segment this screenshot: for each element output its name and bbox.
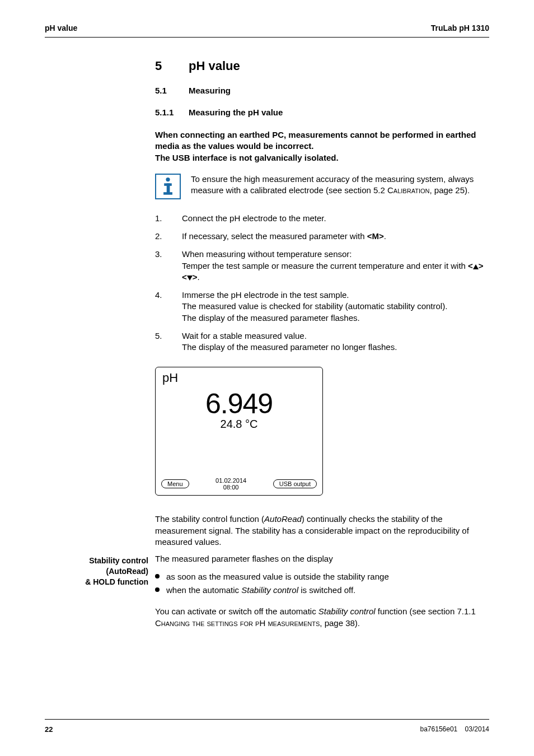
meter-display: pH 6.949 24.8 °C Menu 01.02.2014 08:00 U… <box>155 367 323 496</box>
step-5: Wait for a stable measured value. The di… <box>155 330 489 353</box>
key-down: <> <box>182 272 198 282</box>
svg-rect-3 <box>163 192 172 195</box>
chapter-number: 5 <box>155 59 189 73</box>
svg-point-0 <box>166 178 170 181</box>
steps-list: Connect the pH electrode to the meter. I… <box>155 213 489 353</box>
display-ph-label: pH <box>162 371 178 385</box>
display-datetime: 01.02.2014 08:00 <box>216 477 246 491</box>
display-time: 08:00 <box>216 484 246 491</box>
margin-line-3: & HOLD function <box>85 577 148 586</box>
stability-bullets: as soon as the measured value is outside… <box>155 570 489 597</box>
subsection-text: Measuring the pH value <box>189 108 283 117</box>
softkey-usb-output[interactable]: USB output <box>273 479 317 488</box>
svg-rect-2 <box>167 183 170 193</box>
key-m: <M> <box>367 231 384 241</box>
step-2: If necessary, select the measured parame… <box>155 231 489 242</box>
margin-line-1: Stability control <box>89 556 148 565</box>
stability-paragraph-1: The stability control function (AutoRead… <box>155 514 489 548</box>
bullet-2: when the automatic Stability control is … <box>155 584 489 597</box>
header-right: TruLab pH 1310 <box>431 24 489 32</box>
section-text: Measuring <box>189 86 231 95</box>
footer-right: ba76156e01 03/2014 <box>420 725 489 734</box>
subsection-number: 5.1.1 <box>155 108 189 117</box>
subsection-title: 5.1.1Measuring the pH value <box>155 108 489 117</box>
margin-heading: Stability control (AutoRead) & HOLD func… <box>45 556 148 587</box>
warning-line-1: When connecting an earthed PC, measureme… <box>155 130 476 151</box>
warning-line-2: The USB interface is not galvanically is… <box>155 153 339 162</box>
warning-text: When connecting an earthed PC, measureme… <box>155 129 489 164</box>
section-number: 5.1 <box>155 86 189 95</box>
display-date: 01.02.2014 <box>216 477 246 484</box>
display-value: 6.949 <box>161 388 317 420</box>
step-4: Immerse the pH electrode in the test sam… <box>155 290 489 324</box>
display-temperature: 24.8 °C <box>161 418 317 431</box>
section-title: 5.1Measuring <box>155 86 489 95</box>
step-3: When measuring without temperature senso… <box>155 249 489 283</box>
bullet-1: as soon as the measured value is outside… <box>155 570 489 584</box>
softkey-menu[interactable]: Menu <box>161 479 189 488</box>
header-left: pH value <box>45 24 77 32</box>
chapter-title: 5pH value <box>155 59 489 73</box>
stability-paragraph-3: You can activate or switch off the autom… <box>155 606 489 629</box>
page-header: pH value TruLab pH 1310 <box>45 24 489 38</box>
info-callout: To ensure the high measurement accuracy … <box>155 174 489 199</box>
document-date: 03/2014 <box>465 725 489 733</box>
step-1: Connect the pH electrode to the meter. <box>155 213 489 224</box>
margin-line-2: (AutoRead) <box>106 567 148 576</box>
page-number: 22 <box>45 725 53 734</box>
chapter-text: pH value <box>189 59 240 73</box>
key-up: <> <box>468 261 484 270</box>
display-footer: Menu 01.02.2014 08:00 USB output <box>161 477 317 491</box>
info-text: To ensure the high measurement accuracy … <box>191 174 489 197</box>
info-icon <box>155 174 181 199</box>
page-footer: 22 ba76156e01 03/2014 <box>45 719 489 734</box>
document-id: ba76156e01 <box>420 725 458 733</box>
stability-paragraph-2: The measured parameter flashes on the di… <box>155 553 489 564</box>
